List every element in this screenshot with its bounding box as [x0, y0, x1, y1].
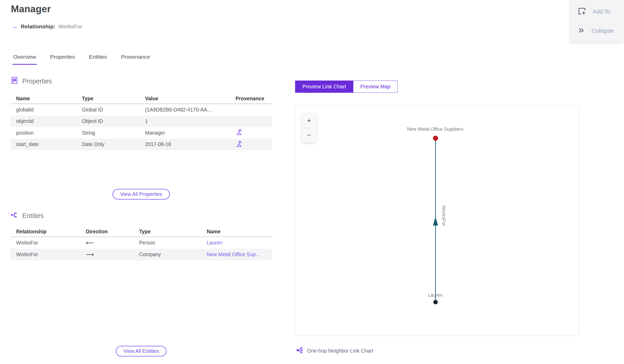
tab-entities[interactable]: Entities: [88, 54, 108, 65]
property-type: Global ID: [82, 107, 145, 113]
collapse-button[interactable]: Collapse: [570, 23, 623, 38]
tab-properties[interactable]: Properties: [49, 54, 76, 65]
add-to-button[interactable]: Add To: [570, 4, 623, 20]
collapse-label: Collapse: [592, 28, 614, 34]
page-title: Manager: [11, 4, 51, 15]
direction-arrow-right-icon: ⟶: [86, 251, 139, 258]
properties-table-header: Name Type Value Provenance: [10, 94, 272, 104]
add-to-icon: [577, 7, 586, 17]
add-to-label: Add To: [593, 8, 610, 15]
actions-panel: Add To Collapse: [570, 0, 623, 42]
column-header-direction: Direction: [86, 229, 139, 235]
table-row: WorksFor ⟵ Person Lauren: [10, 237, 272, 249]
one-hop-link-chart-icon: [296, 347, 303, 355]
entity-link[interactable]: Lauren: [207, 240, 223, 246]
entity-type: Person: [139, 240, 207, 246]
edge-label: WorksFor: [441, 206, 446, 226]
preview-link-chart-button[interactable]: Preview Link Chart: [295, 81, 353, 92]
column-header-name: Name: [10, 96, 82, 102]
table-row: start_date Date Only 2017-08-18: [10, 139, 272, 150]
relationship-subtitle: → Relationship: WorksFor: [11, 23, 82, 30]
relationship-detail-page: Manager → Relationship: WorksFor Add To …: [0, 0, 624, 364]
node-person[interactable]: [433, 300, 438, 305]
column-header-relationship: Relationship: [10, 229, 86, 235]
property-value: {1A9DB2B6-D482-4170-AA...: [145, 107, 231, 113]
property-value: 1: [145, 118, 231, 124]
column-header-name: Name: [207, 229, 272, 235]
relationship-value: WorksFor: [58, 23, 82, 30]
link-chart-canvas[interactable]: [295, 105, 579, 336]
column-header-value: Value: [145, 96, 231, 102]
view-all-entities-button[interactable]: View All Entities: [116, 346, 166, 356]
provenance-flag-icon[interactable]: [231, 140, 272, 149]
detail-tabs: Overview Properties Entities Provenance: [12, 54, 151, 65]
table-row: globalid Global ID {1A9DB2B6-D482-4170-A…: [10, 104, 272, 116]
entities-table: Relationship Direction Type Name WorksFo…: [10, 227, 272, 260]
zoom-control: + −: [302, 113, 316, 142]
entity-type: Company: [139, 252, 207, 257]
entities-icon: [10, 211, 18, 221]
properties-section-title: Properties: [22, 77, 52, 85]
view-all-properties-button[interactable]: View All Properties: [113, 189, 170, 200]
node-label-company: New Metal Office Suppliers: [381, 127, 490, 132]
chart-caption: One-hop Neighbor Link Chart: [296, 347, 373, 355]
preview-map-button[interactable]: Preview Map: [353, 81, 398, 92]
property-type: Object ID: [82, 118, 145, 124]
entities-table-header: Relationship Direction Type Name: [10, 227, 272, 237]
entities-section-header: Entities: [10, 211, 44, 221]
entity-relationship: WorksFor: [10, 240, 86, 246]
preview-toggle: Preview Link Chart Preview Map: [295, 81, 398, 93]
property-value: 2017-08-18: [145, 141, 231, 147]
property-name: position: [10, 130, 82, 136]
entities-section-title: Entities: [22, 212, 44, 220]
provenance-flag-icon[interactable]: [231, 129, 272, 137]
property-type: String: [82, 130, 145, 136]
zoom-in-button[interactable]: +: [302, 113, 316, 128]
edge-arrowhead-icon: [433, 217, 438, 226]
link-chart-panel: + −: [295, 105, 579, 336]
tab-overview[interactable]: Overview: [12, 54, 37, 65]
node-label-person: Lauren: [381, 293, 490, 298]
column-header-provenance: Provenance: [231, 96, 272, 102]
entity-relationship: WorksFor: [10, 252, 86, 257]
column-header-type: Type: [82, 96, 145, 102]
relationship-label: Relationship:: [21, 23, 55, 30]
zoom-out-button[interactable]: −: [302, 128, 316, 142]
direction-arrow-left-icon: ⟵: [86, 240, 139, 246]
properties-section-header: Properties: [10, 76, 52, 86]
property-type: Date Only: [82, 141, 145, 147]
entity-link[interactable]: New Metal Office Sup...: [207, 252, 260, 257]
node-company[interactable]: [433, 136, 438, 141]
tab-provenance[interactable]: Provenance: [120, 54, 151, 65]
table-row: WorksFor ⟶ Company New Metal Office Sup.…: [10, 249, 272, 260]
chevron-double-right-icon: [577, 27, 585, 35]
relationship-arrow-icon: →: [11, 23, 18, 30]
table-row: objectid Object ID 1: [10, 116, 272, 127]
property-value: Manager: [145, 130, 231, 136]
column-header-type: Type: [139, 229, 207, 235]
property-name: objectid: [10, 118, 82, 124]
property-name: globalid: [10, 107, 82, 113]
chart-caption-text: One-hop Neighbor Link Chart: [307, 348, 373, 354]
table-row: position String Manager: [10, 127, 272, 139]
property-name: start_date: [10, 141, 82, 147]
properties-table: Name Type Value Provenance globalid Glob…: [10, 94, 272, 150]
properties-icon: [10, 76, 18, 86]
